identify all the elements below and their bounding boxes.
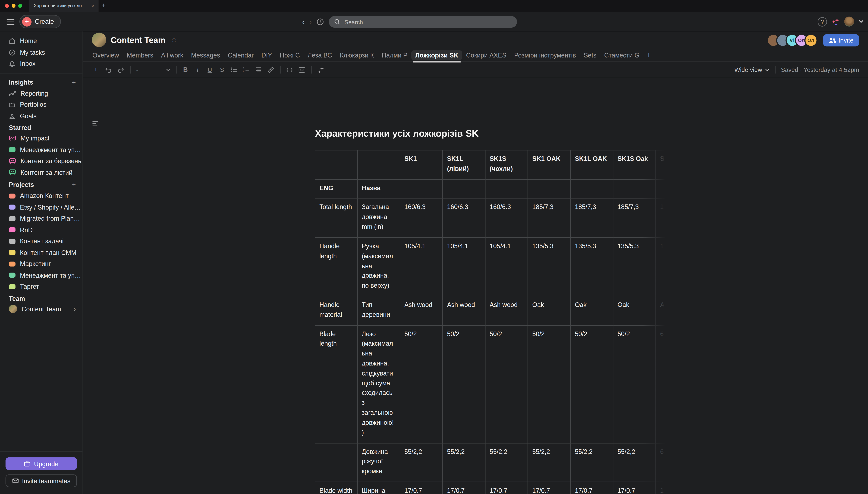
cell-name[interactable]: Ручка (максимальна довжина, по верху) <box>357 238 400 296</box>
forward-icon[interactable]: › <box>309 16 312 27</box>
search-bar[interactable] <box>329 16 517 27</box>
cell-value-clipped[interactable]: 1 <box>655 482 669 494</box>
star-favorite-icon[interactable]: ☆ <box>171 36 177 44</box>
cell-value[interactable]: 160/6.3 <box>400 198 442 238</box>
cell-eng[interactable]: Handle length <box>315 238 357 296</box>
browser-tab[interactable]: Характеристики усіх ло... × <box>30 0 98 12</box>
sidebar-project-item[interactable]: Контент задачі <box>0 235 83 247</box>
cell-value[interactable]: 55/2,2 <box>528 443 570 482</box>
indent-list-icon[interactable] <box>255 67 262 72</box>
sidebar-project-item[interactable]: RnD <box>0 224 83 235</box>
cell-value[interactable]: 105/4.1 <box>485 238 527 296</box>
cell-value[interactable]: 17/0.7 <box>485 482 527 494</box>
sidebar-toggle-icon[interactable] <box>7 19 14 25</box>
cell-name[interactable]: Лезо (максимальна довжина, слідкувати що… <box>357 325 400 443</box>
cell-name[interactable]: Загальна довжина mm (in) <box>357 198 400 238</box>
cell-value[interactable]: SK1L OAK <box>570 150 613 179</box>
strikethrough-button[interactable]: S <box>219 66 225 73</box>
cell-value[interactable]: 50/2 <box>570 325 613 443</box>
link-icon[interactable] <box>267 66 274 73</box>
cell-value[interactable]: 55/2,2 <box>570 443 613 482</box>
project-tab[interactable]: Overview <box>89 50 123 60</box>
project-tab[interactable]: All work <box>157 50 187 60</box>
cell-value[interactable]: SK1L (лівий) <box>442 150 485 179</box>
cell-name[interactable]: Тип деревини <box>357 296 400 325</box>
invite-teammates-button[interactable]: Invite teammates <box>5 475 77 487</box>
cell-value[interactable]: 55/2,2 <box>485 443 527 482</box>
document-title[interactable]: Характеристики усіх ложкорізів SK <box>315 128 479 139</box>
sidebar-starred-item[interactable]: Контент за березень <box>0 155 83 167</box>
cell-value[interactable] <box>400 179 442 198</box>
cell-value[interactable]: Ash wood <box>400 296 442 325</box>
sidebar-project-item[interactable]: Менеджмент та управл... <box>0 269 83 281</box>
cell-value-clipped[interactable] <box>655 179 669 198</box>
cell-value-clipped[interactable]: 6 <box>655 443 669 482</box>
sidebar-starred-item[interactable]: My impact <box>0 133 83 144</box>
cell-value[interactable]: 50/2 <box>613 325 655 443</box>
cell-value[interactable]: SK1S Oak <box>613 150 655 179</box>
sidebar-item-inbox[interactable]: Inbox <box>0 58 83 69</box>
cell-value[interactable]: SK1S (чохли) <box>485 150 527 179</box>
project-tab[interactable]: Розміри інструментів <box>510 50 580 60</box>
ai-sparkles-icon[interactable] <box>317 66 324 73</box>
document-canvas[interactable]: Характеристики усіх ложкорізів SK <box>83 108 868 494</box>
cell-value[interactable]: 135/5.3 <box>528 238 570 296</box>
cell-value[interactable]: 17/0.7 <box>442 482 485 494</box>
minimize-window-button[interactable] <box>12 4 16 8</box>
sidebar-item-goals[interactable]: Goals <box>0 110 83 122</box>
project-tab[interactable]: Sets <box>580 50 600 60</box>
italic-button[interactable]: I <box>194 66 201 73</box>
cell-value-clipped[interactable]: 1 <box>655 198 669 238</box>
cell-value[interactable] <box>570 179 613 198</box>
undo-icon[interactable] <box>105 66 112 73</box>
upgrade-button[interactable]: Upgrade <box>5 457 77 470</box>
underline-button[interactable]: U <box>206 66 213 73</box>
cell-value[interactable]: 135/5.3 <box>613 238 655 296</box>
add-insights-icon[interactable]: + <box>72 78 76 86</box>
cell-value[interactable] <box>613 179 655 198</box>
chevron-right-icon[interactable]: › <box>74 305 76 313</box>
cell-value[interactable]: SK1 <box>400 150 442 179</box>
project-tab[interactable]: Members <box>123 50 157 60</box>
cell-value[interactable]: 17/0.7 <box>570 482 613 494</box>
cell-value[interactable]: 50/2 <box>485 325 527 443</box>
cell-value[interactable]: 105/4.1 <box>400 238 442 296</box>
cell-value[interactable]: 185/7,3 <box>570 198 613 238</box>
sidebar-starred-item[interactable]: Контент за лютий <box>0 167 83 178</box>
chevron-down-icon[interactable] <box>859 20 864 23</box>
cell-value[interactable] <box>485 179 527 198</box>
cell-name[interactable]: Назва <box>357 179 400 198</box>
project-tab[interactable]: Messages <box>187 50 224 60</box>
cell-value[interactable]: 17/0.7 <box>613 482 655 494</box>
team-avatar[interactable] <box>92 33 106 47</box>
close-window-button[interactable] <box>5 4 9 8</box>
cell-value[interactable]: 17/0.7 <box>528 482 570 494</box>
numbered-list-icon[interactable]: 12 <box>243 67 250 72</box>
invite-button[interactable]: Invite <box>823 34 859 46</box>
sidebar-starred-item[interactable]: Менеджмент та управл... <box>0 144 83 155</box>
cell-eng[interactable] <box>315 150 357 179</box>
cell-eng[interactable]: Blade length <box>315 325 357 443</box>
sidebar-item-my-tasks[interactable]: My tasks <box>0 47 83 58</box>
sidebar-item-portfolios[interactable]: Portfolios <box>0 99 83 110</box>
new-tab-button[interactable]: + <box>102 2 105 8</box>
cell-value-clipped[interactable]: 6 <box>655 325 669 443</box>
cell-value[interactable]: Oak <box>570 296 613 325</box>
avatar[interactable]: Ол <box>804 34 817 47</box>
cell-name[interactable]: Довжина ріжучої кромки <box>357 443 400 482</box>
cell-value[interactable]: Oak <box>613 296 655 325</box>
cell-value[interactable]: 50/2 <box>400 325 442 443</box>
create-button[interactable]: + Create <box>19 15 60 28</box>
project-tab[interactable]: Леза ВС <box>304 50 336 60</box>
cell-value-clipped[interactable]: S <box>655 150 669 179</box>
cell-value[interactable]: Ash wood <box>485 296 527 325</box>
cell-eng[interactable]: Total length <box>315 198 357 238</box>
project-tab[interactable]: Ложкорізи SK <box>411 50 462 60</box>
text-style-select[interactable]: - <box>136 66 170 73</box>
sidebar-project-item[interactable]: Etsy / Shopify / Allegro / ... <box>0 202 83 213</box>
back-icon[interactable]: ‹ <box>302 16 305 27</box>
cell-name[interactable]: Ширина леза <box>357 482 400 494</box>
cell-value[interactable] <box>528 179 570 198</box>
cell-value[interactable]: 105/4.1 <box>442 238 485 296</box>
cell-value[interactable]: 55/2,2 <box>400 443 442 482</box>
